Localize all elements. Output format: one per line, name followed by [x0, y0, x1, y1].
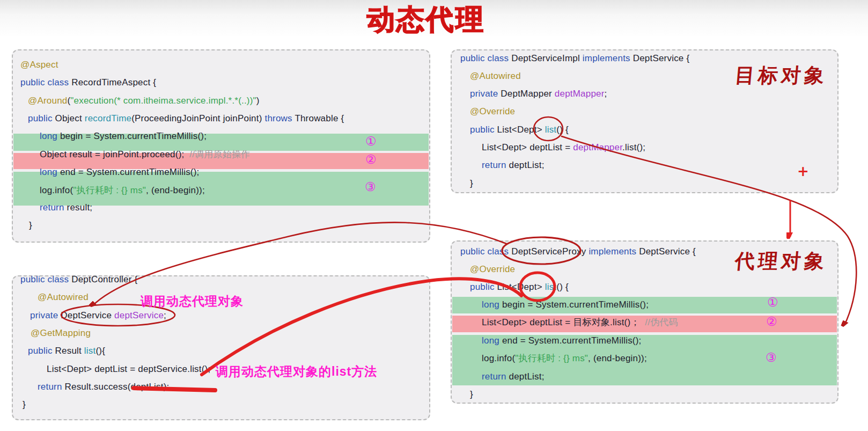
- code-token: public: [28, 346, 53, 356]
- code-block-record-time-aspect: @Aspectpublic class RecordTimeAspect {@A…: [12, 49, 430, 243]
- code-line: public class RecordTimeAspect {: [20, 74, 156, 91]
- code-token: recordTime: [85, 113, 131, 123]
- code-line: @Autowired: [470, 68, 521, 85]
- code-token: DeptService {: [630, 53, 690, 63]
- code-line: @Override: [470, 103, 515, 120]
- brush-label-dept-service-impl: 目标对象: [734, 62, 828, 89]
- code-line: @Override: [470, 261, 515, 278]
- code-token: DeptController {: [71, 274, 137, 284]
- code-token: Object result = joinPoint.proceed();: [40, 149, 189, 159]
- code-token: public class: [460, 53, 511, 63]
- code-token: List<Dept>: [495, 282, 545, 292]
- code-token: , (end-begin));: [588, 353, 647, 363]
- code-line: public class DeptServiceProxy implements…: [460, 243, 696, 260]
- code-token: return: [482, 371, 506, 382]
- code-token: implements: [589, 246, 636, 257]
- slide: 动态代理 调用动态代理对象 调用动态代理对象的list方法 + @Aspectp…: [0, 0, 868, 431]
- code-token: deptMapper: [555, 89, 605, 99]
- circled-number: ②: [365, 152, 377, 166]
- code-line: public List<Dept> list() {: [470, 121, 569, 138]
- code-line: public class DeptServiceImpl implements …: [460, 50, 689, 67]
- code-token: long: [482, 299, 499, 310]
- code-token: Result: [53, 346, 84, 356]
- code-token: @Around: [28, 96, 67, 106]
- code-line: }: [29, 217, 32, 234]
- callout-dynamic-proxy-object: 调用动态代理对象: [141, 293, 244, 310]
- code-token: end = System.currentTimeMillis();: [499, 335, 642, 346]
- code-line: @Autowired: [38, 289, 89, 306]
- code-token: List<Dept>: [495, 125, 545, 135]
- code-token: public: [28, 113, 55, 123]
- code-token: list: [84, 346, 96, 356]
- code-token: RecordTimeAspect {: [71, 77, 156, 87]
- code-line: log.info("执行耗时 : {} ms", (end-begin));: [482, 350, 647, 367]
- code-token: @Override: [470, 106, 515, 116]
- code-line: long begin = System.currentTimeMillis();: [40, 128, 207, 145]
- code-token: private: [30, 310, 58, 320]
- code-token: }: [29, 220, 32, 230]
- code-line: }: [470, 175, 473, 192]
- circled-number: ③: [766, 350, 777, 364]
- code-line: @GetMapping: [31, 325, 91, 342]
- code-token: @Aspect: [20, 60, 58, 70]
- code-token: ): [256, 96, 260, 106]
- code-token: return: [38, 382, 62, 392]
- code-token: (ProceedingJoinPoint joinPoint): [131, 113, 264, 123]
- code-token: "execution(* com.itheima.service.impl.*.…: [70, 96, 256, 106]
- code-token: @Autowired: [470, 71, 521, 81]
- circled-number: ③: [365, 180, 376, 194]
- code-line: long end = System.currentTimeMillis();: [482, 332, 641, 349]
- code-token: public: [470, 125, 495, 135]
- code-line: }: [23, 396, 26, 413]
- circled-number: ①: [365, 134, 377, 148]
- code-line: List<Dept> deptList = deptMapper.list();: [482, 139, 645, 156]
- code-token: //伪代码: [645, 317, 678, 327]
- code-token: public: [470, 282, 495, 292]
- code-token: List<Dept> deptList =: [482, 142, 573, 152]
- code-token: @Autowired: [38, 292, 89, 302]
- code-line: return result;: [40, 199, 92, 216]
- code-token: ;: [605, 89, 607, 99]
- code-line: }: [470, 386, 473, 403]
- code-token: }: [23, 399, 26, 410]
- code-token: return: [482, 160, 506, 170]
- code-token: List<Dept> deptList = deptService.list()…: [47, 364, 210, 374]
- code-token: Object: [55, 113, 85, 123]
- code-line: long begin = System.currentTimeMillis();: [482, 296, 649, 313]
- code-token: long: [482, 335, 499, 346]
- code-token: public class: [20, 274, 71, 284]
- code-line: Object result = joinPoint.proceed(); //调…: [40, 146, 250, 163]
- code-token: log.info(: [482, 353, 515, 363]
- code-token: list: [545, 125, 557, 135]
- callout-dynamic-proxy-list-method: 调用动态代理对象的list方法: [216, 363, 377, 380]
- code-token: public class: [20, 77, 71, 87]
- code-line: long end = System.currentTimeMillis();: [40, 164, 199, 181]
- code-token: }: [470, 389, 473, 399]
- code-token: () {: [556, 282, 569, 292]
- code-token: list: [545, 282, 557, 292]
- code-line: private DeptMapper deptMapper;: [470, 85, 607, 103]
- code-token: return: [40, 202, 64, 213]
- code-token: begin = System.currentTimeMillis();: [499, 299, 649, 310]
- code-token: @GetMapping: [31, 328, 91, 338]
- code-token: implements: [583, 53, 630, 63]
- page-title: 动态代理: [0, 1, 852, 39]
- code-token: (){: [95, 346, 105, 356]
- code-token: DeptService: [58, 310, 114, 320]
- code-token: "执行耗时 : {} ms": [73, 185, 146, 195]
- code-line: public Result list(){: [28, 342, 105, 360]
- code-token: Result.success(deptList);: [62, 382, 170, 392]
- code-token: DeptService {: [636, 246, 696, 257]
- code-token: () {: [556, 125, 569, 135]
- code-line: List<Dept> deptList = 目标对象.list()； //伪代码: [482, 314, 678, 331]
- code-token: log.info(: [40, 185, 73, 195]
- code-line: public class DeptController {: [20, 271, 137, 288]
- code-token: "执行耗时 : {} ms": [515, 353, 588, 363]
- code-line: return deptList;: [482, 368, 545, 385]
- code-token: DeptServiceImpl: [511, 53, 583, 63]
- code-line: @Aspect: [20, 56, 58, 74]
- code-token: .list();: [622, 142, 645, 152]
- code-token: throws: [264, 113, 292, 123]
- code-token: public class: [460, 246, 511, 257]
- code-token: end = System.currentTimeMillis();: [57, 167, 200, 177]
